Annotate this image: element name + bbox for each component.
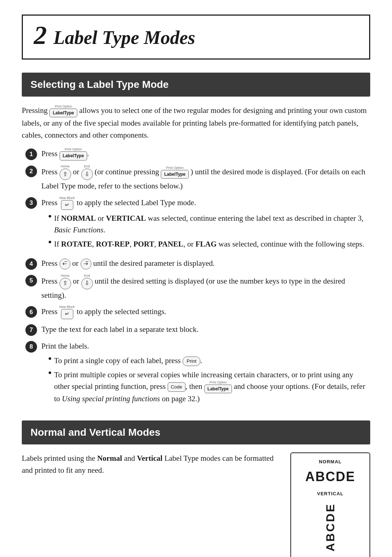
- bullet-dot: [49, 357, 51, 360]
- normal-label: NORMAL: [299, 458, 362, 465]
- step-6: 6 Press New Block ↵ to apply the selecte…: [25, 305, 370, 319]
- step-number-6: 6: [25, 306, 37, 318]
- step1-labeltype-key: Print Option LabelType: [60, 148, 87, 160]
- labeltype-key-inline: Print Option LabelType: [49, 105, 77, 118]
- bullet-3-1: If NORMAL or VERTICAL was selected, cont…: [49, 213, 370, 236]
- step-7-content: Type the text for each label in a separa…: [41, 324, 370, 336]
- code-key: Code: [168, 382, 185, 392]
- step6-enter-key: New Block ↵: [60, 305, 75, 319]
- section1-heading: Selecting a Label Type Mode: [22, 73, 370, 97]
- step2-up-key: Home ⇧: [60, 165, 71, 180]
- step-1-content: Press Print Option LabelType .: [41, 148, 370, 160]
- step-8-content: Print the labels. To print a single copy…: [41, 340, 370, 407]
- chapter-heading: 2 Label Type Modes: [22, 15, 370, 60]
- bullet-dot: [49, 371, 51, 374]
- bullet-dot: [49, 215, 51, 217]
- vertical-text: ABCDE: [322, 503, 339, 552]
- labeltype-key-inner: LabelType: [49, 109, 77, 118]
- step-4: 4 Press ←̅ or →̅ until the desired param…: [25, 257, 370, 270]
- bullet-8-2: To print multiple copies or several copi…: [49, 369, 370, 404]
- step-4-content: Press ←̅ or →̅ until the desired paramet…: [41, 257, 370, 269]
- vertical-text-container: ABCDE: [299, 499, 362, 554]
- step4-right-key: →̅: [81, 259, 91, 269]
- step-8: 8 Print the labels. To print a single co…: [25, 340, 370, 407]
- section2-heading: Normal and Vertical Modes: [22, 420, 370, 444]
- step-number-3: 3: [25, 197, 37, 209]
- step5-down-key: End ⇩: [81, 274, 93, 289]
- step2-down-key: End ⇩: [81, 165, 93, 180]
- bullet-8-1: To print a single copy of each label, pr…: [49, 355, 370, 367]
- step-2-content: Press Home ⇧ or End ⇩ (or continue press…: [41, 165, 370, 192]
- vertical-label: VERTICAL: [299, 490, 362, 497]
- bullet-8-2-text: To print multiple copies or several copi…: [54, 369, 370, 404]
- illustration-box: NORMAL ABCDE VERTICAL ABCDE: [290, 452, 370, 557]
- normal-text: ABCDE: [299, 467, 362, 487]
- section2-content: NORMAL ABCDE VERTICAL ABCDE Labels print…: [22, 452, 370, 557]
- step-2: 2 Press Home ⇧ or End ⇩ (or continue pre…: [25, 165, 370, 192]
- step-number-4: 4: [25, 258, 37, 270]
- step2-labeltype-key: Print Option LabelType: [161, 166, 188, 179]
- step-6-content: Press New Block ↵ to apply the selected …: [41, 305, 370, 319]
- bullet-3-2-text: If ROTATE, ROT-REP, PORT, PANEL, or FLAG…: [54, 239, 364, 250]
- section-selecting: Selecting a Label Type Mode Pressing Pri…: [22, 73, 370, 407]
- step-number-5: 5: [25, 275, 37, 286]
- step4-left-key: ←̅: [60, 259, 70, 269]
- bullet8-labeltype-key: Print Option LabelType: [204, 381, 232, 393]
- step3-enter-key: New Block ↵: [60, 196, 75, 210]
- step-number-8: 8: [25, 341, 37, 353]
- step5-up-key: Home ⇧: [60, 274, 71, 289]
- bullet-dot: [49, 241, 51, 243]
- bullet-8-1-text: To print a single copy of each label, pr…: [54, 355, 202, 367]
- chapter-title: Label Type Modes: [53, 24, 195, 52]
- bullet-3-2: If ROTATE, ROT-REP, PORT, PANEL, or FLAG…: [49, 239, 370, 250]
- bullet-3-1-text: If NORMAL or VERTICAL was selected, cont…: [54, 213, 370, 236]
- section-normal-vertical: Normal and Vertical Modes NORMAL ABCDE V…: [22, 420, 370, 557]
- chapter-number: 2: [34, 22, 47, 48]
- step-5: 5 Press Home ⇧ or End ⇩ until the desire…: [25, 274, 370, 301]
- step3-bullets: If NORMAL or VERTICAL was selected, cont…: [49, 213, 370, 250]
- step-3-content: Press New Block ↵ to apply the selected …: [41, 196, 370, 253]
- step8-bullets: To print a single copy of each label, pr…: [49, 355, 370, 405]
- step-7: 7 Type the text for each label in a sepa…: [25, 324, 370, 336]
- steps-list: 1 Press Print Option LabelType . 2 Press…: [25, 148, 370, 408]
- step-3: 3 Press New Block ↵ to apply the selecte…: [25, 196, 370, 253]
- step-number-7: 7: [25, 324, 37, 336]
- step-1: 1 Press Print Option LabelType .: [25, 148, 370, 160]
- step-number-2: 2: [25, 166, 37, 177]
- step-5-content: Press Home ⇧ or End ⇩ until the desired …: [41, 274, 370, 301]
- print-option-label: Print Option: [55, 105, 72, 108]
- section1-intro: Pressing Print Option LabelType allows y…: [22, 105, 370, 141]
- print-key: Print: [183, 357, 200, 366]
- step-number-1: 1: [25, 149, 37, 160]
